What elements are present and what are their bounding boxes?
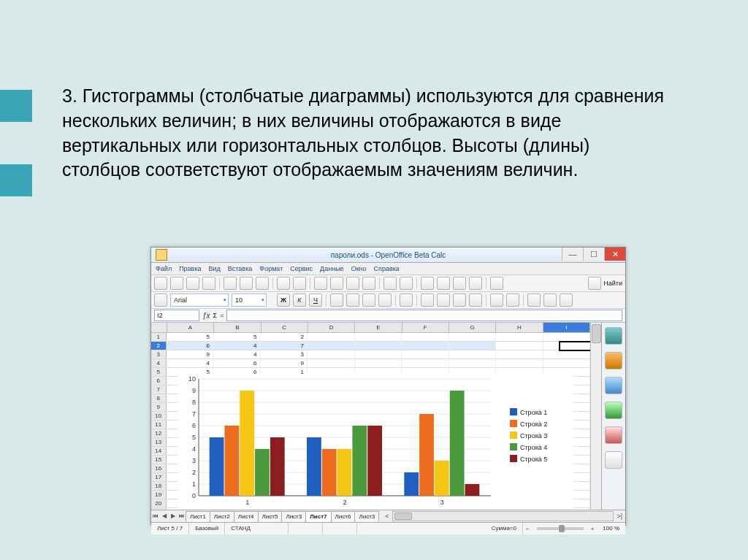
row-header[interactable]: 17	[151, 473, 167, 481]
font-size-combo[interactable]: 10	[232, 294, 267, 307]
vertical-scrollbar[interactable]	[590, 323, 601, 510]
cell[interactable]	[449, 333, 497, 341]
sum-icon[interactable]: Σ	[213, 312, 218, 319]
scrollbar-thumb[interactable]	[394, 513, 412, 520]
tab-first-icon[interactable]: ⏮	[151, 511, 160, 521]
table-row[interactable]: 4 4 6 9	[151, 359, 590, 368]
col-header[interactable]: C	[262, 323, 308, 332]
cell[interactable]	[449, 350, 497, 358]
cell[interactable]: 2	[261, 333, 308, 341]
minimize-button[interactable]: —	[562, 248, 583, 261]
row-header[interactable]: 14	[151, 447, 167, 455]
row-header[interactable]: 4	[151, 359, 167, 367]
row-header[interactable]: 13	[151, 438, 167, 446]
align-justify-icon[interactable]	[378, 294, 392, 307]
open-icon[interactable]	[170, 277, 183, 290]
col-header[interactable]: B	[214, 323, 261, 332]
row-header[interactable]: 9	[151, 403, 167, 411]
italic-icon[interactable]: К	[293, 294, 306, 307]
row-header[interactable]: 12	[151, 429, 167, 437]
fx-icon[interactable]: ƒx	[202, 312, 210, 320]
font-name-combo[interactable]: Arial	[170, 294, 229, 307]
save-icon[interactable]	[186, 277, 199, 290]
sheet-tab[interactable]: Лист3	[281, 511, 306, 522]
chart-icon[interactable]	[469, 277, 482, 290]
menu-format[interactable]: Формат	[259, 265, 283, 272]
autocheck-icon[interactable]	[293, 277, 306, 290]
row-header[interactable]: 11	[151, 421, 167, 429]
cell[interactable]	[543, 359, 590, 367]
formula-input[interactable]	[226, 310, 622, 321]
align-left-icon[interactable]	[330, 294, 343, 307]
row-header[interactable]: 10	[151, 412, 167, 420]
cell[interactable]	[308, 359, 355, 367]
cell[interactable]: 9	[261, 359, 308, 367]
cell[interactable]	[543, 342, 590, 350]
table-row[interactable]: 1 5 5 2	[151, 333, 590, 342]
row-header[interactable]: 2	[151, 342, 167, 350]
decrease-indent-icon[interactable]	[490, 294, 503, 307]
print-icon[interactable]	[240, 277, 253, 290]
cell[interactable]	[355, 359, 402, 367]
cell[interactable]	[308, 342, 355, 350]
cell-reference-box[interactable]: I2	[154, 310, 199, 321]
menu-edit[interactable]: Правка	[179, 265, 201, 272]
bgcolor-icon[interactable]	[543, 294, 557, 307]
cell[interactable]	[496, 359, 543, 367]
select-all-corner[interactable]	[151, 323, 167, 332]
cell[interactable]: 4	[213, 350, 261, 358]
increase-indent-icon[interactable]	[506, 294, 519, 307]
bold-icon[interactable]: Ж	[277, 294, 290, 307]
equals-icon[interactable]: =	[220, 312, 224, 319]
row-header[interactable]: 1	[151, 333, 167, 341]
cell[interactable]	[449, 342, 497, 350]
table-row[interactable]: 3 9 4 3	[151, 350, 590, 359]
sheet-tab[interactable]: Лист6	[331, 511, 356, 522]
scrollbar-thumb[interactable]	[592, 324, 601, 343]
col-header[interactable]: F	[402, 323, 449, 332]
cut-icon[interactable]	[314, 277, 327, 290]
cell[interactable]	[543, 350, 590, 358]
find-icon[interactable]	[588, 277, 601, 290]
menu-data[interactable]: Данные	[320, 265, 344, 272]
sheet-tab[interactable]: Лист4	[234, 511, 259, 522]
sheet-tab[interactable]: Лист5	[258, 511, 283, 522]
merge-cells-icon[interactable]	[400, 294, 413, 307]
cell[interactable]: 9	[167, 350, 214, 358]
menu-file[interactable]: Файл	[156, 265, 172, 272]
row-header[interactable]: 7	[151, 386, 167, 394]
zoom-out-icon[interactable]: −	[523, 526, 533, 532]
col-header[interactable]: A	[167, 323, 214, 332]
undo-icon[interactable]	[383, 277, 397, 290]
tab-prev-icon[interactable]: ◀	[160, 511, 169, 521]
functions-icon[interactable]	[605, 426, 622, 444]
row-header[interactable]: 19	[151, 491, 167, 499]
menu-insert[interactable]: Вставка	[228, 265, 252, 272]
row-header[interactable]: 6	[151, 377, 167, 385]
cell[interactable]: 4	[167, 359, 214, 367]
sheet-tab[interactable]: Лист2	[210, 511, 234, 522]
properties-icon[interactable]	[605, 327, 622, 345]
cell[interactable]	[308, 333, 355, 341]
cell[interactable]	[402, 342, 449, 350]
add-decimal-icon[interactable]	[453, 294, 466, 307]
row-header[interactable]: 5	[151, 368, 167, 376]
sort-desc-icon[interactable]	[453, 277, 466, 290]
cell[interactable]	[496, 350, 543, 358]
row-header[interactable]: 16	[151, 464, 167, 472]
navigator-panel-icon[interactable]	[605, 402, 622, 419]
row-header[interactable]: 18	[151, 482, 167, 490]
styles-icon[interactable]	[154, 294, 167, 307]
cell[interactable]	[449, 359, 497, 367]
preview-icon[interactable]	[256, 277, 269, 290]
hscroll-left-icon[interactable]: <	[385, 513, 389, 520]
cell[interactable]: 5	[167, 333, 214, 341]
status-zoom[interactable]: 100 %	[597, 523, 625, 534]
currency-icon[interactable]	[421, 294, 434, 307]
hscroll-right-icon[interactable]: >|	[617, 513, 625, 520]
paste-icon[interactable]	[346, 277, 359, 290]
maximize-button[interactable]: ☐	[583, 248, 604, 261]
underline-icon[interactable]: Ч	[309, 294, 322, 307]
menu-help[interactable]: Справка	[374, 265, 400, 272]
cell[interactable]: 6	[213, 359, 261, 367]
